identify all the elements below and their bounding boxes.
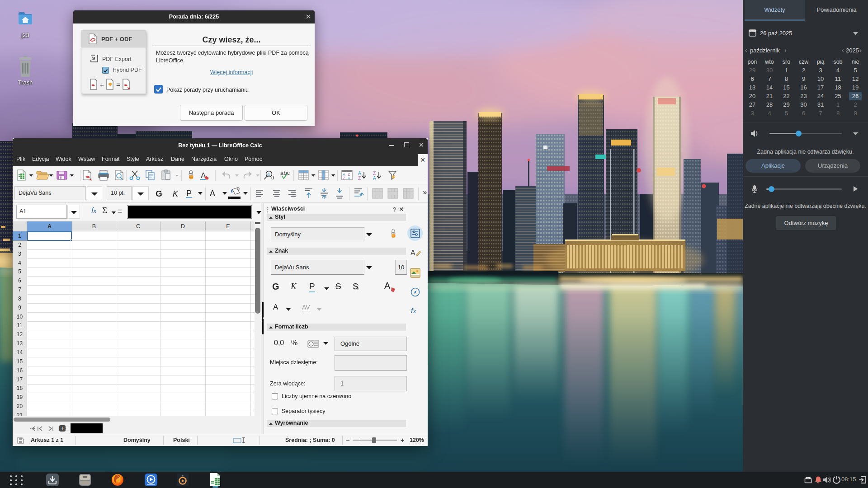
svg-text:A: A — [210, 189, 215, 198]
svg-text:»: » — [425, 171, 425, 180]
svg-text:=: = — [116, 81, 120, 89]
svg-text:P: P — [186, 189, 192, 198]
svg-text:abc: abc — [280, 169, 290, 176]
svg-text:Z: Z — [343, 176, 345, 180]
svg-text:Z: Z — [358, 175, 361, 181]
svg-text:A: A — [410, 249, 415, 257]
svg-text:A: A — [348, 176, 350, 180]
svg-text:a: a — [267, 172, 270, 177]
svg-text:d: d — [271, 175, 274, 180]
svg-text:A: A — [373, 175, 376, 181]
svg-text:K: K — [173, 189, 179, 198]
svg-text:G: G — [156, 189, 162, 198]
svg-text:+: + — [100, 81, 104, 89]
